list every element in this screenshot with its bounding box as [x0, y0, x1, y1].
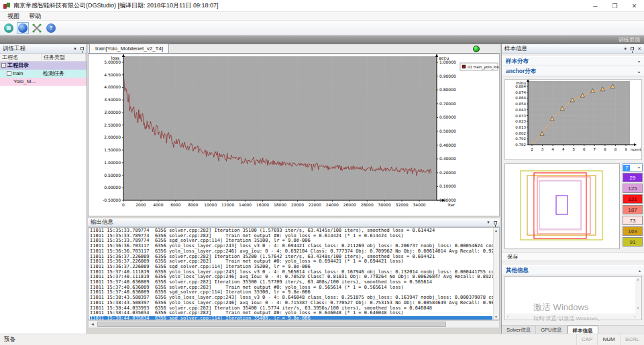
- expander-icon[interactable]: -: [1, 63, 6, 68]
- tab-train-yolo-mobilenet[interactable]: train[Yolo_Mobilenet_v2_T4]: [89, 44, 169, 53]
- sample-info-header: 样本信息 ▼ ✕: [502, 44, 644, 54]
- svg-text:28000: 28000: [361, 202, 374, 207]
- svg-text:0: 0: [122, 202, 125, 207]
- close-button[interactable]: ✕: [625, 0, 644, 12]
- scrollbar-thumb[interactable]: [97, 322, 446, 327]
- collapse-chevron-icon[interactable]: ▴: [639, 268, 641, 273]
- svg-text:0.802: 0.802: [515, 131, 526, 135]
- scroll-up-icon[interactable]: ▲: [494, 228, 498, 232]
- anchor-color-swatch-91[interactable]: 91: [623, 237, 643, 247]
- svg-text:2.50000: 2.50000: [104, 123, 121, 127]
- svg-text:26000: 26000: [343, 202, 356, 207]
- svg-text:22000: 22000: [309, 202, 321, 207]
- globe-run-icon[interactable]: [17, 22, 29, 34]
- svg-text:1.00000: 1.00000: [439, 60, 456, 64]
- svg-text:0.833: 0.833: [515, 114, 526, 118]
- output-log-area[interactable]: I1011 15:35:33.789774 6356 solver.cpp:28…: [88, 227, 500, 320]
- svg-text:2: 2: [531, 147, 533, 151]
- svg-text:0.00000: 0.00000: [104, 185, 121, 190]
- anchor-boxes-canvas: [504, 163, 620, 249]
- anchor-box-73: [535, 180, 582, 230]
- svg-text:0.50000: 0.50000: [104, 173, 121, 178]
- anchor-color-column: 7 ▼ 291251211877316991: [623, 163, 643, 247]
- menu-help[interactable]: 帮助: [24, 12, 46, 21]
- anchor-box-121: [534, 173, 586, 238]
- training-running-indicator: [473, 46, 480, 52]
- svg-text:4000: 4000: [153, 202, 163, 207]
- other-info-vscrollbar[interactable]: ∧∨: [635, 277, 641, 319]
- pin-icon[interactable]: [494, 221, 497, 224]
- svg-text:0.884: 0.884: [515, 84, 526, 88]
- svg-text:0.40000: 0.40000: [439, 143, 456, 147]
- section-other-info[interactable]: 其他信息 ▴: [502, 265, 644, 275]
- anchor-color-swatch-187[interactable]: 187: [623, 205, 643, 214]
- app-icon: [3, 3, 10, 9]
- col-project-name: 工程名: [0, 54, 42, 61]
- log-horizontal-scrollbar[interactable]: ◄: [88, 320, 500, 328]
- svg-text:10000: 10000: [204, 202, 217, 207]
- miou-chart-svg: miouncent0.8840.8740.8640.8540.8430.8330…: [505, 80, 641, 159]
- anchor-color-swatch-73[interactable]: 73: [623, 216, 643, 225]
- expander-icon[interactable]: -: [7, 71, 11, 76]
- svg-text:ncent: ncent: [631, 147, 641, 151]
- project-table-header: 工程名 任务类型: [0, 54, 87, 62]
- training-project-title: 训练工程: [3, 45, 25, 53]
- panel-menu-chevron-icon[interactable]: ▼: [73, 47, 77, 51]
- svg-text:2.00000: 2.00000: [104, 135, 121, 139]
- close-panel-icon[interactable]: ✕: [637, 46, 641, 52]
- scroll-left-icon[interactable]: ◄: [89, 322, 97, 326]
- svg-text:4: 4: [562, 147, 565, 151]
- loss-chart-panel: lossaccuiter5.000004.500004.000003.50000…: [88, 54, 500, 216]
- anchor-color-swatch-169[interactable]: 169: [623, 226, 643, 236]
- node-connect-icon[interactable]: [31, 22, 43, 34]
- collapse-chevron-icon[interactable]: ▴: [638, 69, 640, 74]
- anchor-color-swatch-121[interactable]: 121: [623, 194, 643, 204]
- section-anchor-distribution[interactable]: anchor分布 ▴: [502, 66, 644, 76]
- tree-row-yolo-model[interactable]: Yolo_M...: [0, 78, 87, 86]
- anchor-color-swatch-29[interactable]: 29: [623, 173, 643, 182]
- tree-row-project-dir[interactable]: -工程目录: [0, 62, 87, 70]
- menu-view[interactable]: 视图: [3, 12, 24, 21]
- collapse-chevron-icon[interactable]: ▾: [638, 59, 640, 64]
- other-info-hscrollbar[interactable]: ‹›: [506, 314, 637, 319]
- svg-text:0.843: 0.843: [515, 108, 526, 112]
- svg-text:2000: 2000: [136, 202, 146, 207]
- section-sample-distribution[interactable]: 样本分布 ▾: [502, 56, 644, 66]
- status-bar: 预备 CAP NUM SCRL: [0, 334, 644, 345]
- svg-text:6: 6: [583, 147, 586, 151]
- status-cap: CAP: [576, 334, 597, 345]
- anchor-miou-chart: miouncent0.8840.8740.8640.8540.8430.8330…: [504, 79, 642, 160]
- scroll-down-icon[interactable]: ▼: [494, 315, 498, 319]
- panel-menu-chevron-icon[interactable]: ▼: [623, 47, 627, 51]
- tree-row-train[interactable]: -train 检测任务: [0, 70, 87, 78]
- output-info-header: 输出信息 ▼: [88, 218, 500, 227]
- grid-apps-icon[interactable]: ▦: [3, 22, 15, 34]
- maximize-button[interactable]: ❐: [605, 0, 625, 12]
- panel-menu-chevron-icon[interactable]: ▼: [486, 220, 490, 224]
- svg-text:5: 5: [572, 147, 575, 151]
- tab-training-page[interactable]: 训练页面: [619, 36, 644, 44]
- save-button[interactable]: 保存: [502, 252, 644, 261]
- svg-text:0.50000: 0.50000: [439, 129, 456, 133]
- svg-text:0.782: 0.782: [515, 143, 526, 147]
- document-tab-row: train[Yolo_Mobilenet_v2_T4]: [88, 44, 500, 54]
- svg-text:1.00000: 1.00000: [104, 160, 121, 165]
- help-icon[interactable]: ?: [45, 22, 57, 34]
- svg-text:5.00000: 5.00000: [104, 60, 121, 64]
- anchor-box-29: [556, 196, 568, 214]
- sample-info-panel: 样本信息 ▼ ✕ 样本分布 ▾ anchor分布 ▴ miouncent0.88…: [501, 44, 644, 334]
- anchor-count-value: 7: [623, 165, 630, 171]
- pin-icon[interactable]: [80, 47, 84, 50]
- svg-text:8: 8: [604, 147, 606, 151]
- pin-icon[interactable]: [631, 47, 634, 50]
- svg-text:30000: 30000: [378, 202, 391, 207]
- minimize-button[interactable]: ─: [586, 0, 605, 12]
- svg-text:4.00000: 4.00000: [104, 84, 121, 89]
- svg-text:0.80000: 0.80000: [439, 87, 456, 92]
- anchor-color-swatch-125[interactable]: 125: [623, 184, 643, 193]
- svg-text:3.00000: 3.00000: [104, 110, 121, 115]
- svg-text:6000: 6000: [170, 202, 180, 207]
- anchor-count-dropdown[interactable]: 7 ▼: [623, 163, 643, 171]
- log-vertical-scrollbar[interactable]: ▲ ▼: [493, 228, 499, 320]
- svg-text:0.60000: 0.60000: [439, 115, 456, 119]
